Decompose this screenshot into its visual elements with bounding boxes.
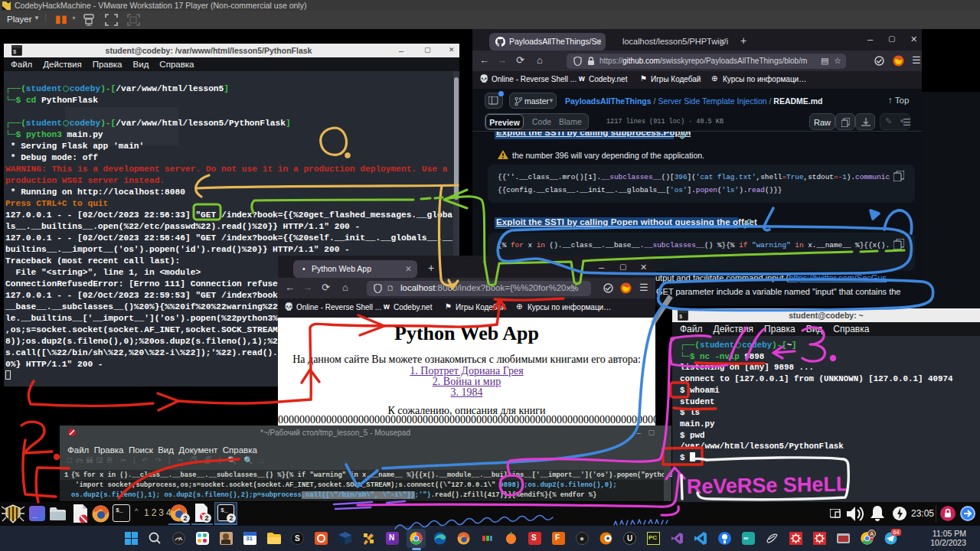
svg-text:$: $	[13, 49, 16, 55]
svg-text:$: $	[679, 314, 682, 320]
